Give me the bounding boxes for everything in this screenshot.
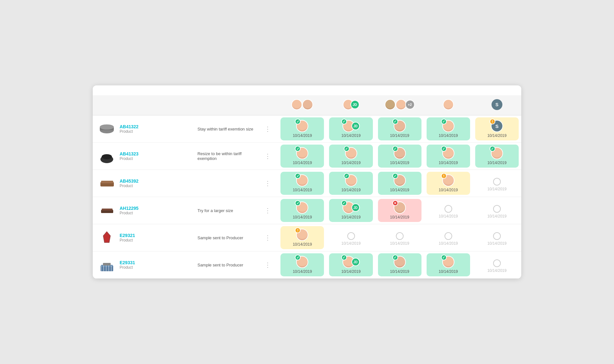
product-note: Stay within tariff exemtion size bbox=[194, 115, 262, 143]
row-menu-button[interactable]: ⋮ bbox=[262, 197, 278, 224]
status-box: ✓ JD 10/14/2019 bbox=[329, 117, 373, 140]
nav-tabs bbox=[492, 92, 512, 95]
status-box: ✕ 10/14/2019 bbox=[378, 199, 421, 222]
status-cell: 10/14/2019 bbox=[424, 197, 473, 224]
tspecs-avatar-2 bbox=[302, 99, 313, 110]
status-box: ✓ 10/14/2019 bbox=[378, 172, 421, 195]
product-note: Sample sent to Producer bbox=[194, 224, 262, 251]
product-note: Try for a larger size bbox=[194, 197, 262, 224]
status-cell: ✓ 10/14/2019 bbox=[375, 170, 424, 197]
status-cell: ✓ 10/14/2019 bbox=[375, 115, 424, 143]
product-cell-0: AB41322 Product bbox=[93, 115, 194, 143]
cert-avatar-1 bbox=[385, 99, 396, 110]
status-cell: ! 10/14/2019 bbox=[278, 224, 327, 251]
status-icon: ✓ bbox=[392, 146, 398, 152]
product-type: Product bbox=[120, 211, 138, 215]
table-row: E29321 Product Sample sent to Producer ⋮… bbox=[93, 224, 521, 251]
status-cell: ✕ 10/14/2019 bbox=[375, 197, 424, 224]
status-icon: ✓ bbox=[490, 146, 495, 152]
svg-rect-6 bbox=[101, 181, 113, 183]
status-box: ✓ JD 10/14/2019 bbox=[329, 199, 373, 222]
table-row: AH12295 Product Try for a larger size ⋮ … bbox=[93, 197, 521, 224]
row-menu-button[interactable]: ⋮ bbox=[262, 251, 278, 279]
status-icon: ✓ bbox=[441, 255, 447, 260]
status-box: ✓ 10/14/2019 bbox=[475, 145, 519, 168]
status-box: ! 10/14/2019 bbox=[427, 172, 470, 195]
svg-rect-8 bbox=[102, 209, 113, 210]
status-box: ✓ 10/14/2019 bbox=[378, 145, 421, 168]
status-cell: ✓ 10/14/2019 bbox=[278, 143, 327, 170]
status-cell: 10/14/2019 bbox=[473, 170, 521, 197]
status-icon: ✓ bbox=[392, 119, 398, 124]
empty-circle bbox=[493, 259, 501, 267]
status-cell: 10/14/2019 bbox=[473, 224, 521, 251]
col-header-cert: +2 bbox=[375, 95, 424, 115]
status-icon: ! bbox=[441, 173, 447, 179]
status-cell: ✓ 10/14/2019 bbox=[278, 115, 327, 143]
product-code[interactable]: AB41323 bbox=[120, 151, 138, 156]
status-cell: ! S 10/14/2019 bbox=[473, 115, 521, 143]
main-card: JD +2 bbox=[93, 85, 521, 279]
empty-circle bbox=[493, 205, 501, 213]
empty-circle bbox=[445, 205, 452, 213]
product-cell-2: AB45392 Product bbox=[93, 170, 194, 197]
row-menu-button[interactable]: ⋮ bbox=[262, 143, 278, 170]
product-image-E29321 bbox=[98, 229, 116, 247]
product-code[interactable]: AH12295 bbox=[120, 206, 138, 211]
status-cell: 10/14/2019 bbox=[327, 224, 375, 251]
status-box: ✓ 10/14/2019 bbox=[427, 145, 470, 168]
col-header-note bbox=[194, 95, 262, 115]
status-cell: 10/14/2019 bbox=[473, 197, 521, 224]
status-box: ✓ 10/14/2019 bbox=[280, 145, 324, 168]
status-box: ✓ 10/14/2019 bbox=[378, 253, 421, 276]
status-icon: ✕ bbox=[392, 200, 398, 206]
empty-circle bbox=[396, 232, 404, 240]
cert-extra-badge: +2 bbox=[405, 100, 415, 109]
status-box: ✓ 10/14/2019 bbox=[329, 172, 373, 195]
status-cell: ✓ 10/14/2019 bbox=[473, 143, 521, 170]
product-image-AB41322 bbox=[98, 120, 116, 138]
table-row: E29331 Product Sample sent to Producer ⋮… bbox=[93, 251, 521, 279]
svg-point-4 bbox=[102, 154, 112, 159]
status-cell: ✓ 10/14/2019 bbox=[278, 170, 327, 197]
status-icon: ✓ bbox=[341, 255, 347, 260]
status-icon: ✓ bbox=[392, 255, 398, 260]
status-cell: ✓ 10/14/2019 bbox=[327, 143, 375, 170]
jd-overlay: JD bbox=[351, 122, 360, 130]
status-box: ! S 10/14/2019 bbox=[475, 117, 519, 140]
product-cell-3: AH12295 Product bbox=[93, 197, 194, 224]
status-cell: ✓ 10/14/2019 bbox=[424, 143, 473, 170]
table-body: AB41322 Product Stay within tariff exemt… bbox=[93, 115, 521, 279]
status-icon: ✓ bbox=[344, 146, 350, 152]
status-box: ✓ 10/14/2019 bbox=[280, 199, 324, 222]
status-box: ✓ 10/14/2019 bbox=[280, 117, 324, 140]
product-code[interactable]: E29321 bbox=[120, 233, 135, 238]
send-avatar-1 bbox=[443, 99, 454, 110]
row-menu-button[interactable]: ⋮ bbox=[262, 170, 278, 197]
svg-marker-10 bbox=[104, 232, 110, 242]
product-type: Product bbox=[120, 184, 138, 188]
status-cell: ✓ 10/14/2019 bbox=[278, 197, 327, 224]
status-box: ! 10/14/2019 bbox=[280, 226, 324, 249]
jd-overlay: JD bbox=[351, 258, 360, 266]
status-cell: ✓ 10/14/2019 bbox=[424, 251, 473, 279]
product-type: Product bbox=[120, 156, 138, 161]
product-code[interactable]: AB41322 bbox=[120, 124, 138, 129]
col-header-tspecs bbox=[278, 95, 327, 115]
header bbox=[93, 85, 521, 95]
empty-circle bbox=[493, 232, 501, 240]
empty-circle bbox=[347, 232, 355, 240]
status-cell: ✓ JD 10/14/2019 bbox=[327, 115, 375, 143]
col-header-menu-spacer bbox=[262, 95, 278, 115]
product-code[interactable]: AB45392 bbox=[120, 178, 138, 184]
table-row: AB45392 Product ⋮ ✓ 10/14/2019 ✓ 10/14/2… bbox=[93, 170, 521, 197]
row-menu-button[interactable]: ⋮ bbox=[262, 115, 278, 143]
svg-point-2 bbox=[100, 124, 114, 130]
product-code[interactable]: E29331 bbox=[120, 260, 135, 265]
col-header-approval: S bbox=[473, 95, 521, 115]
status-cell: ✓ 10/14/2019 bbox=[424, 115, 473, 143]
row-menu-button[interactable]: ⋮ bbox=[262, 224, 278, 251]
col-header-product bbox=[93, 95, 194, 115]
product-image-E29331 bbox=[98, 256, 116, 274]
product-note bbox=[194, 170, 262, 197]
